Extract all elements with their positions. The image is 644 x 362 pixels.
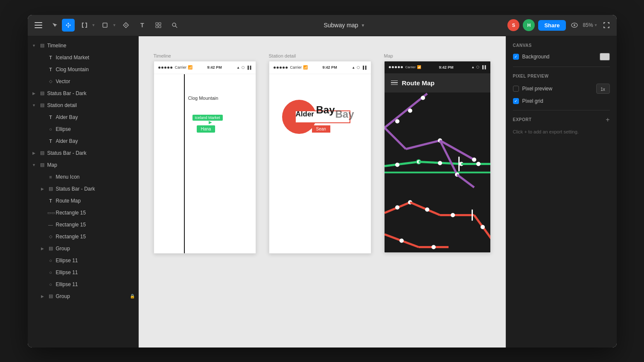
layer-alder-bay-1[interactable]: T Alder Bay [28,111,138,123]
frame1-phone[interactable]: Carrier 📶 9:42 PM ▲ ⬡ ▐▐ [154,61,256,254]
layer-status-bar-3[interactable]: ▶ ▤ Status Bar - Dark [28,183,138,195]
layer-label: Status Bar - Dark [47,90,135,96]
share-button[interactable]: Share [538,20,565,31]
eye-icon[interactable] [569,20,580,30]
layer-ellipse-11a[interactable]: ○ Ellipse 11 [28,255,138,266]
layer-label: Menu Icon [56,174,135,180]
svg-point-13 [172,23,176,26]
expand-status-1[interactable]: ▶ [31,91,37,96]
frame1-status-bar: Carrier 📶 9:42 PM ▲ ⬡ ▐▐ [154,61,256,74]
layer-label: Ellipse 11 [56,269,135,275]
document-title: Subway map [323,22,358,29]
title-dropdown-icon[interactable]: ▼ [361,23,365,28]
canvas-area[interactable]: Timeline Carrier 📶 9:42 PM [139,36,506,348]
export-section: EXPORT + Click + to add an export settin… [513,116,610,135]
layer-ellipse[interactable]: ○ Ellipse [28,123,138,135]
layer-label: Alder Bay [56,138,135,144]
layer-label: Ellipse 11 [56,258,135,264]
layer-rect-15b[interactable]: — Rectangle 15 [28,219,138,231]
iceland-market-tag: Iceland Market [192,115,223,121]
expand-map[interactable]: ▼ [31,163,37,167]
map-routes-svg [385,93,491,252]
alder-text: Alder [296,110,314,119]
text-tool[interactable]: T [136,19,149,32]
background-color-swatch[interactable] [600,53,610,61]
zoom-control[interactable]: 85% ▼ [583,22,598,28]
menu-icon-element [391,81,398,85]
sean-tag: Sean [312,125,330,133]
pixel-preview-section: PIXEL PREVIEW Pixel preview 1x Pixel gri… [513,74,610,104]
svg-point-20 [395,119,399,123]
pixel-preview-checkbox[interactable] [513,86,519,92]
canvas-section-title: CANVAS [513,43,610,48]
expand-group-2[interactable]: ▶ [40,294,46,298]
svg-rect-3 [82,27,84,28]
layer-group-1[interactable]: ▶ ▤ Group [28,243,138,255]
layer-label: Status Bar - Dark [47,150,135,156]
svg-rect-34 [458,156,460,171]
lock-icon: 🔒 [130,294,135,298]
svg-point-16 [574,24,575,26]
frame2-phone[interactable]: Carrier 📶 9:42 PM ▲ ⬡ ▐▐ [269,61,371,254]
layer-label: Rectangle 15 [56,210,135,216]
svg-point-25 [472,157,476,162]
expand-station[interactable]: ▼ [31,103,37,107]
zoom-value: 85% [583,22,593,28]
bay-text: Bay [316,104,335,116]
layer-route-map[interactable]: T Route Map [28,195,138,207]
layer-label: Route Map [56,198,135,204]
svg-point-40 [395,205,399,209]
svg-line-42 [410,202,440,215]
background-checkbox[interactable] [513,54,519,60]
svg-rect-1 [82,23,84,23]
pixel-grid-label: Pixel grid [522,98,610,104]
layer-rect-15c[interactable]: ◇ Rectangle 15 [28,231,138,243]
layer-ellipse-11c[interactable]: ○ Ellipse 11 [28,278,138,290]
pixel-preview-label: Pixel preview [522,86,593,92]
svg-point-52 [431,245,436,249]
layer-clog-mountain[interactable]: T Clog Mountain [28,64,138,75]
layer-status-bar-1[interactable]: ▶ ▤ Status Bar - Dark [28,87,138,99]
frame3-phone[interactable]: Carrier 📶 9:42 PM ▲ ⬡ ▐▐ [384,61,491,253]
layer-label: Station detail [47,102,135,108]
pixel-grid-checkbox[interactable] [513,98,519,104]
toolbar-right: S H Share 85% ▼ [507,19,611,31]
layer-label: Alder Bay [56,114,135,120]
layer-group-2[interactable]: ▶ ▤ Group 🔒 [28,290,138,302]
svg-rect-5 [82,23,83,27]
shape-tool[interactable] [99,19,111,32]
layer-vector[interactable]: ◇ Vector [28,75,138,87]
expand-status-2[interactable]: ▶ [31,151,37,155]
pen-tool[interactable] [119,19,132,32]
layer-rect-15a[interactable]: ▭▭ Rectangle 15 [28,207,138,219]
layer-label: Group [56,246,135,252]
search-tool[interactable] [168,19,181,32]
svg-point-19 [408,108,412,113]
toolbar-title: Subway map ▼ [184,22,504,29]
layer-status-bar-2[interactable]: ▶ ▤ Status Bar - Dark [28,147,138,159]
menu-button[interactable] [33,19,45,31]
svg-point-43 [425,207,429,211]
select-tool[interactable] [48,19,61,32]
layer-station-detail[interactable]: ▼ ▤ Station detail [28,99,138,111]
layer-alder-bay-2[interactable]: T Alder Bay [28,135,138,147]
expand-group-1[interactable]: ▶ [40,246,46,251]
layer-timeline[interactable]: ▼ ▤ Timeline [28,40,138,52]
frame-tool[interactable] [78,19,91,32]
svg-rect-0 [68,25,69,26]
fullscreen-icon[interactable] [601,20,612,30]
right-panel: CANVAS Background PIXEL PREVIEW Pixel pr… [506,36,617,348]
layer-iceland-market[interactable]: T Iceland Market [28,52,138,64]
export-add-button[interactable]: + [606,116,609,123]
expand-timeline[interactable]: ▼ [31,43,37,48]
expand-status-3[interactable]: ▶ [40,187,46,191]
avatar-s: S [507,19,519,31]
layer-menu-icon[interactable]: ≡ Menu Icon [28,171,138,183]
timeline-line [184,74,185,253]
layer-ellipse-11b[interactable]: ○ Ellipse 11 [28,266,138,278]
move-tool[interactable] [62,19,75,32]
export-section-title: EXPORT [513,117,532,122]
layer-map[interactable]: ▼ ▤ Map [28,159,138,171]
component-tool[interactable] [152,19,165,32]
layer-label: Map [47,162,135,168]
